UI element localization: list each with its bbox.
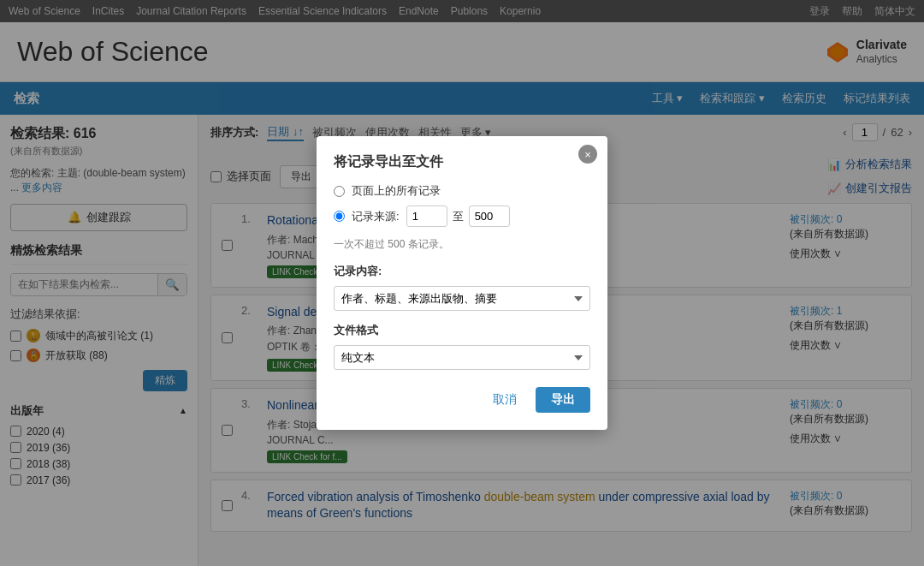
modal-all-records-option: 页面上的所有记录 [334,183,590,199]
range-to-label: 至 [453,209,464,224]
export-confirm-button[interactable]: 导出 [536,387,590,413]
file-format-select[interactable]: 纯文本 [334,345,590,370]
range-to-input[interactable] [469,206,510,227]
modal-close-button[interactable]: × [578,145,597,164]
modal-footer: 取消 导出 [334,387,590,413]
cancel-button[interactable]: 取消 [483,387,527,413]
range-radio[interactable] [334,211,345,222]
range-from-input[interactable] [406,206,447,227]
modal-title: 将记录导出至文件 [334,153,590,171]
modal-radio-group: 页面上的所有记录 记录来源: 至 [334,183,590,227]
modal-range-option: 记录来源: 至 [334,206,590,227]
range-label: 记录来源: [352,209,400,224]
range-hint: 一次不超过 500 条记录。 [334,237,590,252]
content-select[interactable]: 作者、标题、来源出版物、摘要 [334,286,590,311]
modal-overlay[interactable]: 将记录导出至文件 × 页面上的所有记录 记录来源: 至 一次不超过 500 条记… [0,0,924,566]
content-section-label: 记录内容: [334,264,590,279]
all-records-label: 页面上的所有记录 [352,183,441,199]
export-modal: 将记录导出至文件 × 页面上的所有记录 记录来源: 至 一次不超过 500 条记… [317,136,607,430]
file-format-label: 文件格式 [334,323,590,338]
all-records-radio[interactable] [334,186,345,197]
modal-range: 至 [406,206,510,227]
